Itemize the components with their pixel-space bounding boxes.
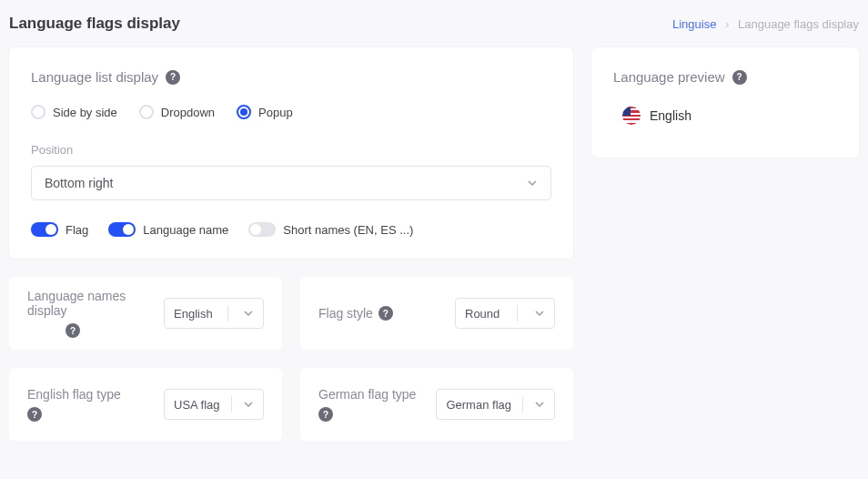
display-mode-radios: Side by side Dropdown Popup	[31, 105, 551, 119]
toggle-language-name-label: Language name	[143, 223, 228, 237]
preview-language-label: English	[650, 108, 691, 123]
toggle-flag-label: Flag	[66, 223, 88, 237]
toggle-language-name[interactable]	[108, 222, 136, 237]
flag-style-card: Flag style ? Round	[300, 277, 573, 350]
english-flag-value: USA flag	[174, 398, 220, 412]
flag-style-select[interactable]: Round	[455, 298, 555, 329]
english-flag-type-card: English flag type ? USA flag	[9, 368, 282, 441]
german-flag-select[interactable]: German flag	[436, 389, 555, 420]
breadcrumb: Linguise › Language flags display	[672, 17, 859, 31]
german-flag-type-card: German flag type ? German flag	[300, 368, 573, 441]
help-icon[interactable]: ?	[378, 306, 393, 321]
flag-style-label: Flag style	[318, 306, 373, 321]
help-icon[interactable]: ?	[166, 70, 180, 85]
english-flag-label: English flag type	[27, 387, 121, 402]
flag-style-value: Round	[465, 307, 500, 321]
names-display-select[interactable]: English	[164, 298, 264, 329]
radio-label: Side by side	[53, 106, 117, 119]
chevron-down-icon	[534, 308, 545, 319]
position-label: Position	[31, 143, 551, 157]
select-divider	[231, 396, 232, 413]
section-title-preview: Language preview	[613, 69, 725, 85]
section-title-list-display: Language list display	[31, 69, 158, 85]
chevron-down-icon	[534, 399, 545, 410]
radio-label: Dropdown	[161, 106, 215, 119]
radio-dropdown[interactable]: Dropdown	[139, 105, 215, 119]
chevron-down-icon	[243, 399, 254, 410]
select-divider	[522, 396, 523, 413]
chevron-down-icon	[527, 178, 538, 189]
help-icon[interactable]: ?	[27, 407, 42, 422]
toggle-short-names[interactable]	[248, 222, 276, 237]
names-display-value: English	[174, 307, 213, 321]
preview-language-item[interactable]: English	[613, 101, 837, 130]
chevron-down-icon	[243, 308, 254, 319]
usa-flag-icon	[622, 107, 641, 125]
german-flag-label: German flag type	[318, 387, 416, 402]
radio-popup[interactable]: Popup	[237, 105, 293, 119]
language-preview-card: Language preview ? English	[591, 47, 859, 158]
language-list-display-card: Language list display ? Side by side Dro…	[9, 47, 573, 259]
breadcrumb-root-link[interactable]: Linguise	[672, 17, 716, 31]
page-title: Language flags display	[9, 15, 180, 33]
breadcrumb-current: Language flags display	[738, 17, 859, 31]
radio-icon	[237, 105, 251, 119]
select-divider	[517, 305, 518, 321]
radio-icon	[139, 105, 154, 119]
names-display-label: Language names display	[27, 289, 164, 318]
language-names-display-card: Language names display ? English	[9, 277, 282, 350]
english-flag-select[interactable]: USA flag	[164, 389, 264, 420]
radio-side-by-side[interactable]: Side by side	[31, 105, 117, 119]
position-select-value: Bottom right	[45, 176, 113, 190]
help-icon[interactable]: ?	[732, 70, 747, 85]
radio-label: Popup	[258, 106, 293, 119]
position-select[interactable]: Bottom right	[31, 166, 551, 200]
select-divider	[227, 305, 228, 321]
help-icon[interactable]: ?	[318, 407, 333, 422]
breadcrumb-separator: ›	[725, 17, 729, 31]
help-icon[interactable]: ?	[66, 323, 80, 338]
toggle-short-names-label: Short names (EN, ES ...)	[283, 223, 413, 237]
german-flag-value: German flag	[446, 398, 511, 412]
toggle-flag[interactable]	[31, 222, 58, 237]
radio-icon	[31, 105, 45, 119]
